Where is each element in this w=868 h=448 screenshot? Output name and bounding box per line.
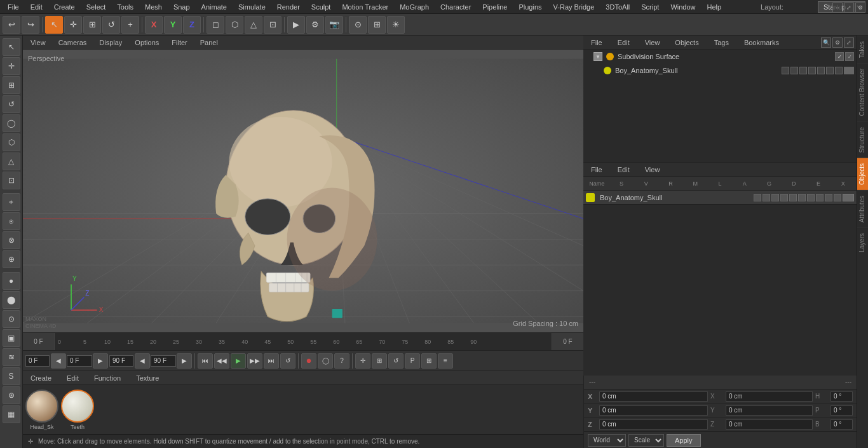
menu-item-3dtoall[interactable]: 3DToAll [600,2,635,12]
undo-button[interactable]: ↩ [3,16,20,34]
menu-item-pipeline[interactable]: Pipeline [477,2,512,12]
obj-search-icon[interactable]: 🔍 [821,37,831,48]
obj-skull-icon-5[interactable] [817,67,825,74]
start-frame-field[interactable] [25,355,50,367]
frame-box[interactable]: 0 F [552,333,583,350]
play-button[interactable]: ▶ [231,353,246,369]
coord-z-pos[interactable] [599,419,708,430]
vtab-takes[interactable]: Takes [857,36,868,63]
menu-item-motiontracker[interactable]: Motion Tracker [337,2,393,12]
material-tab-function[interactable]: Function [89,373,126,383]
vp-ctrl-full[interactable]: ⤢ [844,3,854,13]
attr-icon-4[interactable] [780,194,788,201]
select-tool-button[interactable]: ↖ [45,16,63,34]
obj-lock-icon[interactable]: ✓ [845,52,854,61]
menu-item-select[interactable]: Select [81,2,111,12]
menu-item-simulate[interactable]: Simulate [233,2,271,12]
end-frame-field-1[interactable] [109,355,133,367]
obj-menu-edit[interactable]: Edit [613,37,635,48]
frame-field2-left-arrow[interactable]: ◀ [135,353,150,369]
coord-z-val2[interactable] [726,419,813,430]
edge-mode-button[interactable]: △ [245,16,262,34]
frame-field-left-arrow[interactable]: ◀ [51,353,66,369]
material-tab-create[interactable]: Create [25,373,57,383]
rotate-tool-button[interactable]: ↺ [102,16,120,34]
sidebar-btn-3[interactable]: ⊞ [3,76,20,94]
menu-item-edit[interactable]: Edit [25,2,48,12]
frame-field-right-arrow[interactable]: ▶ [93,353,108,369]
attr-icon-10[interactable] [834,194,841,201]
sidebar-btn-5[interactable]: ◯ [3,114,20,132]
sidebar-btn-4[interactable]: ↺ [3,95,20,113]
material-tab-texture[interactable]: Texture [131,373,164,383]
attr-menu-file[interactable]: File [586,165,607,175]
scale-select[interactable]: Scale Size [628,434,664,447]
vp-tab-filter[interactable]: Filter [166,37,192,48]
obj-vis-icon[interactable]: ✓ [835,52,844,61]
sidebar-btn-10[interactable]: ⍟ [3,212,20,230]
coord-x-val2[interactable] [726,391,813,402]
menu-item-create[interactable]: Create [49,2,80,12]
obj-menu-file[interactable]: File [586,37,607,48]
material-item-headsk[interactable]: Head_Sk [25,390,58,430]
timeline-ruler[interactable]: 0 5 10 15 20 25 30 35 40 45 50 55 60 65 … [55,333,552,350]
coord-y-deg[interactable] [831,405,853,416]
step-forward-button[interactable]: ▶▶ [247,353,262,369]
sidebar-btn-14[interactable]: ⬤ [3,291,20,309]
coord-x-pos[interactable] [599,391,708,402]
sidebar-btn-2[interactable]: ✛ [3,57,20,75]
obj-row-subdivision[interactable]: ▼ Subdivision Surface ✓ ✓ [583,50,857,64]
sidebar-btn-11[interactable]: ⊗ [3,231,20,249]
sidebar-btn-7[interactable]: △ [3,153,20,170]
attr-icon-5[interactable] [789,194,797,201]
go-to-end-button[interactable]: ⏭ [264,353,279,369]
vtab-layers[interactable]: Layers [857,227,868,257]
vtab-objects[interactable]: Objects [857,158,868,190]
coord-x-deg[interactable] [831,391,853,402]
sidebar-btn-1[interactable]: ↖ [3,38,20,56]
attr-icon-9[interactable] [825,194,832,201]
vp-ctrl-arrows[interactable]: ↔ [832,3,843,13]
obj-expand-subdivision[interactable]: ▼ [593,52,602,61]
motion-btn-1[interactable]: ✛ [355,353,370,369]
menu-item-window[interactable]: Window [665,2,700,12]
obj-skull-icon-1[interactable] [782,67,789,74]
record-button[interactable]: ⏺ [301,353,316,369]
sidebar-btn-16[interactable]: ▣ [3,329,20,347]
attr-menu-view[interactable]: View [640,165,665,175]
material-tab-edit[interactable]: Edit [62,373,84,383]
vp-tab-view[interactable]: View [25,37,51,48]
vtab-content-browser[interactable]: Content Browser [857,63,868,121]
obj-skull-icon-8[interactable] [844,67,854,74]
motion-btn-3[interactable]: ↺ [388,353,403,369]
attr-icon-6[interactable] [798,194,806,201]
menu-item-mesh[interactable]: Mesh [140,2,167,12]
sidebar-btn-6[interactable]: ⬡ [3,133,20,151]
menu-item-help[interactable]: Help [702,2,727,12]
auto-record-button[interactable]: ◯ [318,353,333,369]
create-tool-button[interactable]: + [121,16,139,34]
menu-item-sculpt[interactable]: Sculpt [306,2,336,12]
move-tool-button[interactable]: ✛ [64,16,82,34]
obj-menu-tags[interactable]: Tags [709,37,734,48]
go-to-start-button[interactable]: ⏮ [198,353,213,369]
menu-item-file[interactable]: File [3,2,24,12]
sidebar-btn-20[interactable]: ▦ [3,405,20,423]
vp-tab-options[interactable]: Options [130,37,164,48]
grid-button[interactable]: ⊞ [368,16,386,34]
coord-y-pos[interactable] [599,405,708,416]
sidebar-btn-19[interactable]: ⊛ [3,386,20,404]
attr-row-skull[interactable]: Boy_Anatomy_Skull [583,191,857,205]
menu-item-animate[interactable]: Animate [196,2,232,12]
y-axis-button[interactable]: Y [164,16,182,34]
attr-icon-1[interactable] [754,194,761,201]
attr-icon-2[interactable] [763,194,770,201]
help-button[interactable]: ? [334,353,349,369]
attr-icon-11[interactable] [843,194,854,201]
sidebar-btn-12[interactable]: ⊕ [3,250,20,268]
current-frame-field[interactable] [67,355,92,367]
menu-item-snap[interactable]: Snap [168,2,195,12]
vp-tab-panel[interactable]: Panel [195,37,223,48]
vp-ctrl-settings[interactable]: ⚙ [855,3,865,13]
object-mode-button[interactable]: ◻ [207,16,224,34]
